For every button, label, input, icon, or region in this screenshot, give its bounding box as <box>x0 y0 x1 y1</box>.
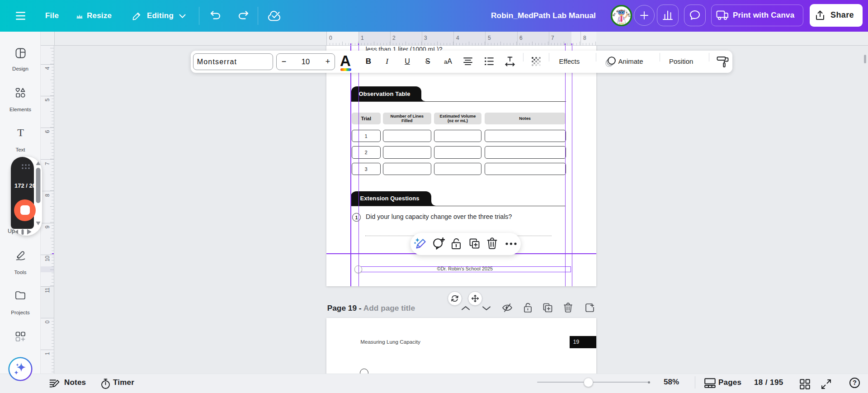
svg-text:T: T <box>17 127 24 138</box>
